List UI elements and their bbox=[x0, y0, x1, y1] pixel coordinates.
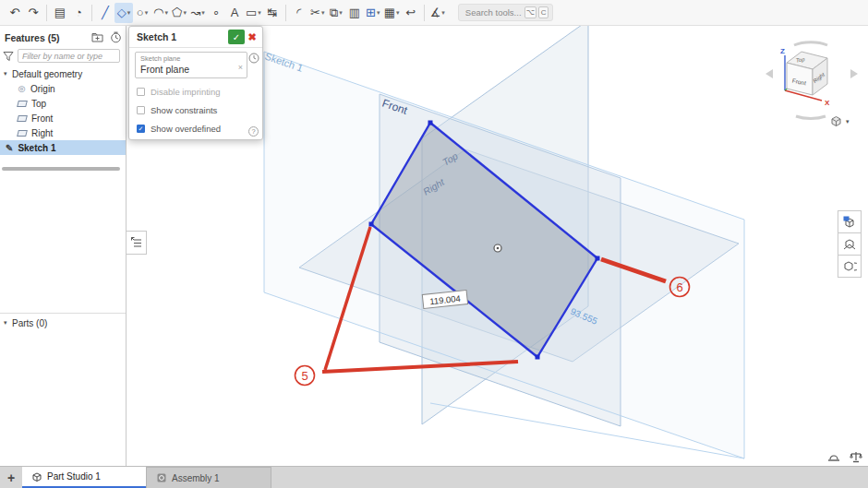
checkbox-unchecked-icon bbox=[137, 106, 145, 114]
z-axis-label: Z bbox=[780, 47, 785, 55]
chevron-down-icon[interactable]: ▾ bbox=[377, 9, 380, 17]
filter-funnel-icon[interactable] bbox=[3, 51, 14, 62]
circular-pattern-button[interactable]: ⊞▾ bbox=[364, 3, 382, 23]
rotate-up-arrow[interactable] bbox=[794, 42, 827, 45]
section-view-button[interactable] bbox=[838, 232, 862, 256]
rectangle-tool-button[interactable]: ◇▾ bbox=[115, 3, 133, 23]
dimension-icon: ↹ bbox=[267, 6, 277, 18]
tree-group-default-geometry[interactable]: ▾ Default geometry bbox=[0, 66, 126, 81]
panel-divider bbox=[0, 313, 126, 314]
parts-section-header[interactable]: ▾ Parts (0) bbox=[0, 315, 126, 330]
chevron-down-icon[interactable]: ▾ bbox=[441, 9, 445, 17]
named-views-icon bbox=[842, 215, 857, 230]
point-tool-button[interactable]: ∘ bbox=[207, 3, 225, 23]
new-folder-icon[interactable] bbox=[91, 31, 103, 43]
linear-pattern-icon: ▥ bbox=[349, 6, 360, 18]
polygon-tool-button[interactable]: ⬠▾ bbox=[170, 3, 188, 23]
fillet-tool-button[interactable]: ◜ bbox=[290, 3, 308, 23]
chevron-down-icon[interactable]: ▾ bbox=[321, 9, 325, 17]
measure-tool-button[interactable]: ∡▾ bbox=[428, 3, 447, 23]
line-tool-button[interactable]: ╱ bbox=[96, 3, 115, 23]
offset-tool-button[interactable]: ⧉▾ bbox=[327, 3, 345, 23]
scale-icon[interactable] bbox=[850, 450, 862, 467]
chevron-down-icon[interactable]: ▾ bbox=[164, 9, 168, 17]
sketch-vertex-left[interactable] bbox=[369, 222, 374, 227]
checkbox-show-constraints[interactable]: Show constraints bbox=[135, 105, 257, 115]
rotate-left-arrow[interactable] bbox=[766, 69, 773, 78]
tree-group-label: Default geometry bbox=[12, 69, 82, 79]
chevron-down-icon[interactable]: ▾ bbox=[4, 70, 12, 77]
perspective-button[interactable] bbox=[838, 255, 862, 278]
parts-header-label: Parts (0) bbox=[12, 318, 47, 328]
sketch-vertex-bottom[interactable] bbox=[536, 355, 540, 360]
checkbox-disable-imprinting[interactable]: Disable imprinting bbox=[135, 87, 257, 97]
rotate-down-arrow[interactable] bbox=[796, 116, 826, 119]
insert-image-button[interactable]: ▦▾ bbox=[382, 3, 402, 23]
tree-item-front[interactable]: Front bbox=[0, 111, 126, 125]
circular-pattern-icon: ⊞ bbox=[366, 6, 376, 18]
tree-item-label: Top bbox=[31, 99, 46, 109]
tree-item-top[interactable]: Top bbox=[0, 96, 126, 111]
chevron-down-icon[interactable]: ▾ bbox=[396, 9, 400, 17]
history-clock-icon[interactable] bbox=[110, 31, 122, 43]
perspective-icon bbox=[842, 259, 857, 274]
tab-assembly-1[interactable]: Assembly 1 bbox=[146, 467, 271, 488]
sketch-list-flyout-button[interactable] bbox=[127, 231, 147, 255]
tree-item-label: Front bbox=[31, 113, 53, 124]
filter-input[interactable] bbox=[18, 49, 120, 63]
horizontal-scrollbar-thumb[interactable] bbox=[2, 167, 120, 171]
text-tool-button[interactable]: A bbox=[225, 3, 244, 23]
view-options-button[interactable]: ▾ bbox=[829, 114, 850, 128]
circle-tool-button[interactable]: ○▾ bbox=[133, 3, 151, 23]
origin-marker[interactable] bbox=[494, 244, 501, 252]
add-tab-button[interactable]: + bbox=[0, 470, 22, 485]
insert-image-icon: ▦ bbox=[384, 6, 395, 18]
chevron-down-icon[interactable]: ▾ bbox=[183, 9, 187, 17]
plane-icon bbox=[17, 115, 28, 122]
redo-button[interactable]: ↷ bbox=[24, 3, 42, 23]
sketch-vertex-right[interactable] bbox=[596, 256, 600, 261]
text-icon: A bbox=[231, 6, 239, 18]
pencil-icon: ✎ bbox=[6, 143, 13, 153]
rollback-clock-icon[interactable] bbox=[248, 53, 259, 64]
cube-faces[interactable]: Top Front Right bbox=[787, 52, 827, 95]
checkbox-show-overdefined[interactable]: ✓ Show overdefined bbox=[135, 124, 257, 134]
linear-pattern-button[interactable]: ▥ bbox=[345, 3, 364, 23]
search-tools-input[interactable] bbox=[465, 7, 523, 18]
hardhat-icon[interactable] bbox=[827, 450, 840, 467]
chevron-down-icon[interactable]: ▾ bbox=[339, 9, 343, 17]
construction-tool-button[interactable]: ▭▾ bbox=[244, 3, 263, 23]
trim-tool-button[interactable]: ✂▾ bbox=[308, 3, 327, 23]
named-views-button[interactable] bbox=[838, 210, 862, 233]
clear-field-icon[interactable]: × bbox=[238, 63, 243, 72]
close-button[interactable]: ✖ bbox=[245, 30, 259, 44]
sketch-plane-field[interactable]: Sketch plane Front plane × bbox=[135, 52, 247, 78]
chevron-down-icon[interactable]: ▾ bbox=[145, 9, 149, 17]
helix-button[interactable]: ◔ bbox=[69, 3, 88, 23]
chevron-down-icon[interactable]: ▾ bbox=[258, 9, 261, 17]
dimension-tool-button[interactable]: ↹ bbox=[263, 3, 282, 23]
arc-tool-button[interactable]: ◠▾ bbox=[151, 3, 170, 23]
rotate-right-arrow[interactable] bbox=[850, 69, 858, 78]
tab-part-studio-1[interactable]: Part Studio 1 bbox=[22, 467, 146, 488]
project-tool-button[interactable]: ↩ bbox=[402, 3, 420, 23]
view-cube[interactable]: Z X Top Front Right bbox=[757, 33, 866, 131]
spline-tool-button[interactable]: ↝▾ bbox=[188, 3, 207, 23]
confirm-button[interactable]: ✓ bbox=[228, 30, 245, 44]
search-tools-box[interactable]: ⌥ C bbox=[458, 4, 553, 21]
sketch-vertex-top[interactable] bbox=[428, 121, 433, 125]
help-icon[interactable]: ? bbox=[248, 126, 259, 137]
chevron-down-icon[interactable]: ▾ bbox=[4, 319, 12, 327]
chevron-down-icon[interactable]: ▾ bbox=[201, 9, 205, 17]
tab-label: Assembly 1 bbox=[172, 473, 220, 483]
tree-item-right[interactable]: Right bbox=[0, 125, 126, 140]
undo-button[interactable]: ↶ bbox=[6, 3, 24, 23]
tree-item-sketch1-selected[interactable]: ✎ Sketch 1 bbox=[0, 140, 126, 155]
dialog-title: Sketch 1 bbox=[137, 31, 228, 42]
sheet-metal-button[interactable]: ▤ bbox=[51, 3, 69, 23]
chevron-down-icon[interactable]: ▾ bbox=[127, 9, 131, 17]
tree-item-origin[interactable]: ◎ Origin bbox=[0, 81, 126, 96]
checkbox-label: Show constraints bbox=[151, 105, 217, 115]
helix-icon: ◔ bbox=[75, 6, 82, 18]
cube-icon bbox=[829, 114, 843, 128]
